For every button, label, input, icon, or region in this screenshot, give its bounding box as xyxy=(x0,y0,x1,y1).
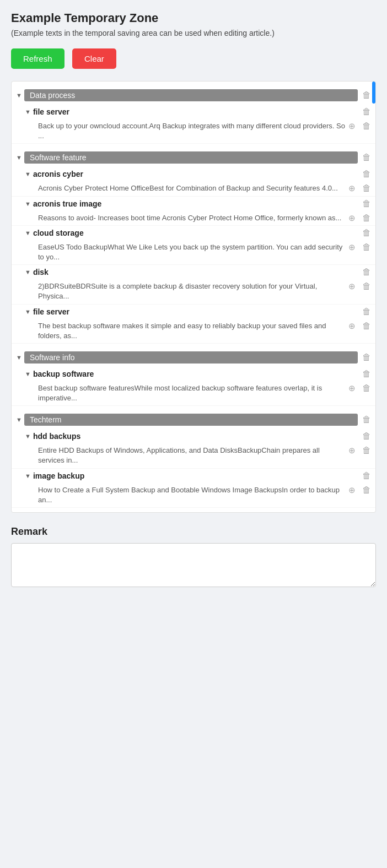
delete-subcategory-disk[interactable]: 🗑 xyxy=(362,267,371,277)
item-text-hdd-backups-0: Entire HDD Backups of Windows, Applicati… xyxy=(38,446,345,465)
zoom-icon-acronis-cyber-0[interactable]: ⊕ xyxy=(348,183,356,193)
item-text-disk-0: 2)BDRSuiteBDRSuite is a complete backup … xyxy=(38,281,345,301)
subcategory-label-hdd-backups: hdd backups xyxy=(33,432,358,441)
item-image-backup-0: How to Create a Full System Backup and B… xyxy=(12,483,375,508)
subcategory-hdd-backups: ▼ hdd backups 🗑 xyxy=(12,429,375,443)
remark-title: Remark xyxy=(11,526,376,538)
category-label-software-feature: Software feature xyxy=(24,151,358,164)
item-text-backup-software-0: Best backup software featuresWhile most … xyxy=(38,383,345,403)
delete-subcategory-acronis-cyber[interactable]: 🗑 xyxy=(362,169,371,179)
item-cloud-storage-0: EaseUS Todo BackupWhat We Like Lets you … xyxy=(12,240,375,265)
delete-item-disk-0[interactable]: 🗑 xyxy=(362,281,371,291)
chevron-file-server-1[interactable]: ▼ xyxy=(25,109,31,115)
delete-item-hdd-backups-0[interactable]: 🗑 xyxy=(362,446,371,455)
delete-item-acronis-cyber-0[interactable]: 🗑 xyxy=(362,183,371,193)
item-file-server-2-0: The best backup software makes it simple… xyxy=(12,319,375,344)
delete-subcategory-backup-software[interactable]: 🗑 xyxy=(362,369,371,379)
subcategory-label-cloud-storage: cloud storage xyxy=(33,229,358,237)
delete-category-software-info[interactable]: 🗑 xyxy=(362,352,371,362)
zoom-icon-hdd-backups-0[interactable]: ⊕ xyxy=(348,446,356,455)
zoom-icon-disk-0[interactable]: ⊕ xyxy=(348,281,356,291)
item-text-file-server-1-0: Back up to your owncloud account.Arq Bac… xyxy=(38,121,345,141)
category-label-software-info: Software info xyxy=(24,351,358,364)
item-text-cloud-storage-0: EaseUS Todo BackupWhat We Like Lets you … xyxy=(38,242,345,262)
delete-subcategory-file-server-1[interactable]: 🗑 xyxy=(362,107,371,117)
item-text-image-backup-0: How to Create a Full System Backup and B… xyxy=(38,485,345,505)
category-label-techterm: Techterm xyxy=(24,414,358,426)
item-backup-software-0: Best backup software featuresWhile most … xyxy=(12,381,375,406)
category-software-info: ▼ Software info 🗑 xyxy=(12,348,375,367)
subcategory-label-disk: disk xyxy=(33,268,358,276)
delete-item-file-server-2-0[interactable]: 🗑 xyxy=(362,321,371,331)
tree-container: ▼ Data process 🗑 ▼ file server 🗑 Back up… xyxy=(11,81,376,513)
delete-subcategory-acronis-true-image[interactable]: 🗑 xyxy=(362,199,371,209)
item-file-server-1-0: Back up to your owncloud account.Arq Bac… xyxy=(12,119,375,144)
subcategory-label-acronis-cyber: acronis cyber xyxy=(33,170,358,178)
page-subtitle: (Example texts in the temporal saving ar… xyxy=(11,29,376,37)
item-hdd-backups-0: Entire HDD Backups of Windows, Applicati… xyxy=(12,443,375,468)
subcategory-label-acronis-true-image: acronis true image xyxy=(33,199,358,208)
remark-textarea[interactable] xyxy=(11,543,376,587)
zoom-icon-acronis-true-image-0[interactable]: ⊕ xyxy=(348,213,356,223)
chevron-techterm[interactable]: ▼ xyxy=(16,416,22,423)
category-data-process: ▼ Data process 🗑 xyxy=(12,86,375,105)
chevron-hdd-backups[interactable]: ▼ xyxy=(25,433,31,440)
delete-category-techterm[interactable]: 🗑 xyxy=(362,415,371,425)
chevron-backup-software[interactable]: ▼ xyxy=(25,371,31,377)
chevron-data-process[interactable]: ▼ xyxy=(16,92,22,99)
item-acronis-true-image-0: Reasons to avoid- Increases boot time Ac… xyxy=(12,211,375,226)
chevron-cloud-storage[interactable]: ▼ xyxy=(25,230,31,236)
item-text-file-server-2-0: The best backup software makes it simple… xyxy=(38,321,345,341)
delete-item-cloud-storage-0[interactable]: 🗑 xyxy=(362,242,371,252)
delete-category-software-feature[interactable]: 🗑 xyxy=(362,153,371,162)
zoom-icon-cloud-storage-0[interactable]: ⊕ xyxy=(348,242,356,252)
refresh-button[interactable]: Refresh xyxy=(11,48,64,69)
subcategory-file-server-2: ▼ file server 🗑 xyxy=(12,305,375,319)
subcategory-image-backup: ▼ image backup 🗑 xyxy=(12,469,375,483)
delete-item-backup-software-0[interactable]: 🗑 xyxy=(362,383,371,393)
subcategory-label-file-server-2: file server xyxy=(33,307,358,316)
subcategory-label-file-server-1: file server xyxy=(33,107,358,116)
delete-category-data-process[interactable]: 🗑 xyxy=(362,90,371,100)
item-text-acronis-cyber-0: Acronis Cyber Protect Home OfficeBest fo… xyxy=(38,183,345,193)
category-software-feature: ▼ Software feature 🗑 xyxy=(12,148,375,167)
subcategory-label-backup-software: backup software xyxy=(33,370,358,378)
chevron-image-backup[interactable]: ▼ xyxy=(25,473,31,479)
delete-subcategory-file-server-2[interactable]: 🗑 xyxy=(362,307,371,317)
zoom-icon-file-server-2-0[interactable]: ⊕ xyxy=(348,321,356,331)
subcategory-backup-software: ▼ backup software 🗑 xyxy=(12,367,375,381)
chevron-file-server-2[interactable]: ▼ xyxy=(25,308,31,315)
clear-button[interactable]: Clear xyxy=(72,48,116,69)
chevron-software-feature[interactable]: ▼ xyxy=(16,154,22,161)
chevron-disk[interactable]: ▼ xyxy=(25,269,31,275)
delete-subcategory-image-backup[interactable]: 🗑 xyxy=(362,471,371,481)
zoom-icon-backup-software-0[interactable]: ⊕ xyxy=(348,383,356,393)
delete-item-acronis-true-image-0[interactable]: 🗑 xyxy=(362,213,371,223)
scrollable-area[interactable]: ▼ Data process 🗑 ▼ file server 🗑 Back up… xyxy=(12,82,375,512)
delete-subcategory-cloud-storage[interactable]: 🗑 xyxy=(362,228,371,238)
delete-item-file-server-1-0[interactable]: 🗑 xyxy=(362,121,371,131)
subcategory-label-image-backup: image backup xyxy=(33,471,358,480)
page-title: Example Temporary Zone xyxy=(11,11,376,25)
delete-subcategory-hdd-backups[interactable]: 🗑 xyxy=(362,431,371,441)
chevron-acronis-true-image[interactable]: ▼ xyxy=(25,200,31,207)
zoom-icon-file-server-1-0[interactable]: ⊕ xyxy=(348,121,356,131)
subcategory-cloud-storage: ▼ cloud storage 🗑 xyxy=(12,226,375,240)
subcategory-file-server-1: ▼ file server 🗑 xyxy=(12,105,375,119)
zoom-icon-image-backup-0[interactable]: ⊕ xyxy=(348,485,356,495)
chevron-acronis-cyber[interactable]: ▼ xyxy=(25,171,31,177)
item-acronis-cyber-0: Acronis Cyber Protect Home OfficeBest fo… xyxy=(12,181,375,196)
category-techterm: ▼ Techterm 🗑 xyxy=(12,410,375,429)
subcategory-disk: ▼ disk 🗑 xyxy=(12,265,375,279)
subcategory-acronis-true-image: ▼ acronis true image 🗑 xyxy=(12,197,375,211)
item-disk-0: 2)BDRSuiteBDRSuite is a complete backup … xyxy=(12,279,375,304)
remark-section: Remark xyxy=(11,526,376,589)
delete-item-image-backup-0[interactable]: 🗑 xyxy=(362,485,371,495)
item-text-acronis-true-image-0: Reasons to avoid- Increases boot time Ac… xyxy=(38,213,345,223)
subcategory-acronis-cyber: ▼ acronis cyber 🗑 xyxy=(12,167,375,181)
category-label-data-process: Data process xyxy=(24,89,358,101)
chevron-software-info[interactable]: ▼ xyxy=(16,354,22,361)
